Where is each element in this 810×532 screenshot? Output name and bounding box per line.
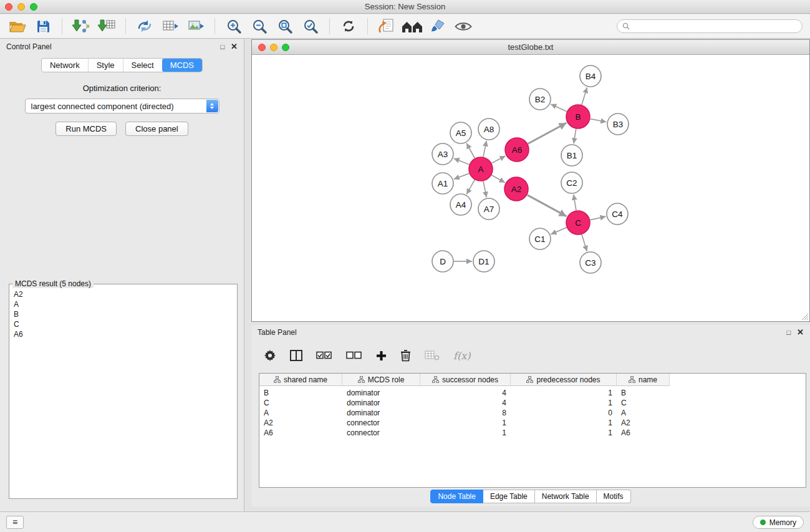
function-builder-button[interactable]: f(x) [453, 350, 470, 362]
result-item[interactable]: A2 [11, 289, 235, 299]
graph-edge-A-A4[interactable] [466, 180, 475, 194]
graph-edge-B-B4[interactable] [582, 87, 587, 105]
graph-edge-B-B3[interactable] [591, 119, 607, 122]
graph-edge-A-A1[interactable] [454, 173, 470, 179]
resize-grip-icon[interactable] [801, 313, 809, 321]
table-row[interactable]: Cdominator41C [259, 398, 806, 408]
search-input[interactable] [633, 22, 797, 31]
tab-network[interactable]: Network [42, 59, 88, 72]
network-canvas[interactable]: B4B2BB3A8A5A6A3B1AC2A1A2A4A7C4CC1C3DD1 [252, 55, 809, 321]
graph-node-C3[interactable]: C3 [580, 252, 601, 273]
graph-node-A4[interactable]: A4 [450, 194, 471, 215]
style-brush-button[interactable] [427, 16, 449, 36]
graph-node-A1[interactable]: A1 [432, 173, 453, 194]
show-hide-button[interactable] [452, 16, 475, 36]
close-table-panel-icon[interactable]: ✕ [797, 329, 804, 336]
graph-node-A8[interactable]: A8 [478, 118, 499, 140]
network-minimize-button[interactable] [270, 44, 277, 51]
memory-button[interactable]: Memory [753, 516, 804, 529]
tab-motifs[interactable]: Motifs [597, 490, 631, 503]
search-box[interactable] [617, 19, 803, 33]
graph-node-D[interactable]: D [432, 251, 453, 272]
column-header-name[interactable]: name [617, 374, 670, 386]
refresh-button[interactable] [337, 16, 360, 36]
zoom-selected-button[interactable] [299, 16, 322, 36]
graph-node-B[interactable]: B [566, 105, 590, 128]
result-item[interactable]: A6 [11, 329, 235, 339]
result-item[interactable]: B [11, 309, 235, 319]
close-window-button[interactable] [5, 3, 12, 11]
graph-edge-C-C1[interactable] [551, 228, 567, 235]
table-row[interactable]: A6connector11A6 [259, 428, 806, 438]
deselect-all-button[interactable] [346, 351, 362, 360]
import-network-button[interactable] [70, 16, 92, 36]
float-panel-icon[interactable]: □ [220, 43, 224, 51]
graph-node-C1[interactable]: C1 [529, 228, 551, 249]
graph-edge-A-A5[interactable] [466, 143, 475, 158]
network-zoom-button[interactable] [282, 44, 289, 51]
graph-edge-A-A3[interactable] [454, 158, 470, 165]
show-columns-button[interactable] [290, 350, 302, 361]
graph-node-C2[interactable]: C2 [561, 172, 582, 193]
graph-node-B1[interactable]: B1 [561, 145, 582, 166]
graph-node-A5[interactable]: A5 [450, 122, 471, 143]
graph-edge-A-A2[interactable] [491, 175, 504, 183]
graph-edge-C-C3[interactable] [582, 235, 587, 251]
tab-network-table[interactable]: Network Table [535, 490, 597, 503]
graph-node-C4[interactable]: C4 [607, 203, 628, 225]
column-header-predecessor-nodes[interactable]: predecessor nodes [511, 374, 617, 386]
delete-row-button[interactable] [400, 349, 411, 362]
zoom-fit-button[interactable] [274, 16, 296, 36]
save-session-button[interactable] [32, 16, 54, 36]
graph-edge-A-A7[interactable] [483, 181, 486, 198]
export-network-button[interactable] [133, 16, 156, 36]
table-row[interactable]: A2connector11A2 [259, 418, 806, 428]
column-header-successor-nodes[interactable]: successor nodes [420, 374, 511, 386]
graph-node-B4[interactable]: B4 [580, 65, 601, 87]
export-table-button[interactable] [159, 16, 181, 36]
column-header-shared-name[interactable]: shared name [259, 374, 342, 386]
graph-node-A7[interactable]: A7 [478, 198, 499, 220]
task-history-button[interactable]: ≡ [6, 516, 24, 529]
tab-edge-table[interactable]: Edge Table [483, 490, 535, 503]
graph-node-B3[interactable]: B3 [607, 114, 629, 135]
graph-edge-A6-B[interactable] [528, 123, 567, 144]
close-panel-button[interactable]: Close panel [125, 122, 188, 136]
table-settings-button[interactable] [264, 349, 276, 362]
home-view-button[interactable] [401, 16, 423, 36]
column-header-MCDS-role[interactable]: MCDS role [342, 374, 420, 386]
tab-select[interactable]: Select [123, 59, 162, 72]
run-mcds-button[interactable]: Run MCDS [55, 122, 117, 136]
graph-edge-A-A8[interactable] [483, 141, 486, 157]
close-panel-icon[interactable]: ✕ [231, 43, 238, 51]
tab-mcds[interactable]: MCDS [162, 59, 202, 72]
graph-node-A3[interactable]: A3 [432, 143, 453, 165]
table-row[interactable]: Adominator80A [259, 408, 806, 418]
reload-file-button[interactable] [375, 16, 398, 36]
tab-node-table[interactable]: Node Table [430, 490, 483, 503]
graph-node-A2[interactable]: A2 [504, 177, 528, 201]
result-item[interactable]: C [11, 319, 235, 329]
export-image-button[interactable] [185, 16, 207, 36]
zoom-window-button[interactable] [30, 3, 37, 11]
float-table-panel-icon[interactable]: □ [786, 329, 791, 336]
graph-node-B2[interactable]: B2 [529, 89, 551, 110]
minimize-window-button[interactable] [17, 3, 25, 11]
add-row-button[interactable] [376, 351, 387, 361]
graph-node-A[interactable]: A [469, 157, 493, 181]
graph-edge-A2-C[interactable] [528, 195, 567, 216]
graph-edge-A-A6[interactable] [492, 156, 506, 163]
tab-style[interactable]: Style [88, 59, 123, 72]
graph-node-D1[interactable]: D1 [473, 251, 494, 272]
graph-edge-C-C4[interactable] [591, 216, 606, 220]
import-table-button[interactable] [95, 16, 118, 36]
zoom-in-button[interactable] [223, 16, 245, 36]
open-session-button[interactable] [6, 16, 29, 36]
graph-node-C[interactable]: C [566, 211, 590, 235]
zoom-out-button[interactable] [248, 16, 271, 36]
graph-node-A6[interactable]: A6 [505, 138, 529, 162]
graph-edge-C-C2[interactable] [574, 195, 576, 210]
criterion-dropdown[interactable]: largest connected component (directed) [25, 99, 219, 114]
network-close-button[interactable] [258, 44, 266, 51]
select-all-button[interactable] [316, 351, 332, 360]
